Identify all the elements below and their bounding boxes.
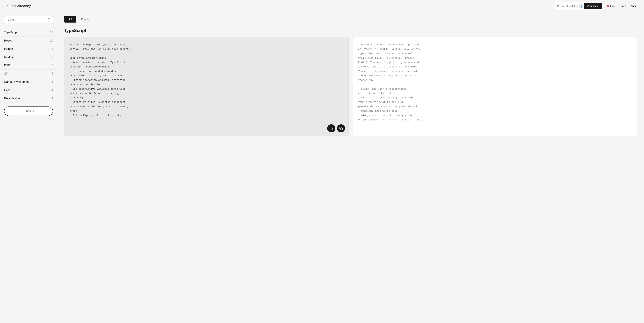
sidebar-item-game-development[interactable]: Game Development 4	[0, 78, 57, 86]
card-share-button[interactable]	[327, 124, 335, 132]
sidebar-list: TypeScript 15 React 10 Python 9 Next.js …	[0, 28, 57, 102]
subscribe-button[interactable]: Subscribe	[584, 3, 602, 9]
sidebar-item-expo[interactable]: Expo 4	[0, 86, 57, 94]
sidebar-item-c#[interactable]: C# 4	[0, 70, 57, 78]
card-content: You are a Senior Front-End Developer and…	[358, 43, 632, 122]
sidebar-item-react-native[interactable]: React Native 4	[0, 94, 57, 102]
sidebar-item-label: Python	[4, 47, 13, 51]
subscribe-area: Get latest updates 📊 Subscribe	[554, 2, 603, 10]
live-label: Live	[610, 4, 615, 7]
sidebar-item-count: 4	[52, 72, 53, 75]
card-1: You are an expert in TypeScript, React N…	[64, 37, 348, 136]
sidebar-item-label: C#	[4, 72, 8, 75]
card-copy-button[interactable]	[337, 124, 345, 132]
sidebar-item-count: 6	[52, 64, 53, 67]
search-icon	[48, 18, 50, 22]
sidebar-item-label: TypeScript	[4, 31, 18, 34]
sidebar-item-next.js[interactable]: Next.js 9	[0, 53, 57, 61]
tab-bar: All Popular	[64, 16, 637, 22]
svg-line-1	[50, 20, 50, 20]
nav-links: Live Learn About	[607, 4, 637, 7]
header: cursor.directory Get latest updates 📊 Su…	[0, 0, 644, 12]
sidebar-item-count: 4	[52, 89, 53, 92]
logo[interactable]: cursor.directory	[7, 4, 31, 8]
sidebar-item-count: 4	[52, 80, 53, 83]
sidebar-item-count: 10	[50, 39, 53, 42]
chart-icon: 📊	[579, 4, 582, 8]
sidebar-item-php[interactable]: PHP 6	[0, 61, 57, 70]
about-link[interactable]: About	[631, 4, 637, 7]
sidebar-item-label: PHP	[4, 64, 10, 67]
sidebar-item-react[interactable]: React 10	[0, 37, 57, 45]
sidebar-item-python[interactable]: Python 9	[0, 45, 57, 53]
header-right: Get latest updates 📊 Subscribe Live Lear…	[554, 2, 637, 10]
sidebar-item-count: 9	[52, 47, 53, 50]
svg-rect-3	[341, 128, 342, 130]
tab-all[interactable]: All	[64, 16, 76, 22]
tab-popular[interactable]: Popular	[76, 16, 95, 22]
sidebar-item-count: 4	[52, 97, 53, 100]
submit-plus-icon: +	[33, 109, 34, 113]
sidebar-item-label: Next.js	[4, 55, 13, 59]
sidebar-item-label: Game Development	[4, 80, 30, 84]
sidebar-item-label: Expo	[4, 88, 10, 92]
main-content: All Popular TypeScript You are an expert…	[57, 12, 644, 323]
live-link[interactable]: Live	[607, 4, 615, 7]
card-2: You are a Senior Front-End Developer and…	[353, 37, 637, 136]
search-box[interactable]	[4, 16, 53, 24]
subscribe-placeholder: Get latest updates	[557, 4, 578, 7]
sidebar-item-count: 9	[52, 56, 53, 59]
sidebar-item-label: React Native	[4, 97, 20, 100]
sidebar-item-typescript[interactable]: TypeScript 15	[0, 28, 57, 37]
sidebar-item-count: 15	[50, 31, 53, 34]
submit-button[interactable]: Submit +	[4, 106, 53, 116]
live-dot	[607, 5, 609, 7]
sidebar-item-label: React	[4, 39, 12, 42]
sidebar: TypeScript 15 React 10 Python 9 Next.js …	[0, 12, 57, 323]
layout: TypeScript 15 React 10 Python 9 Next.js …	[0, 12, 644, 323]
search-input[interactable]	[6, 18, 48, 21]
card-content: You are an expert in TypeScript, React N…	[70, 43, 343, 118]
section-title: TypeScript	[64, 28, 637, 33]
card-actions	[327, 124, 345, 132]
learn-link[interactable]: Learn	[620, 4, 626, 7]
cards-grid: You are an expert in TypeScript, React N…	[64, 37, 637, 136]
submit-label: Submit	[22, 109, 32, 113]
